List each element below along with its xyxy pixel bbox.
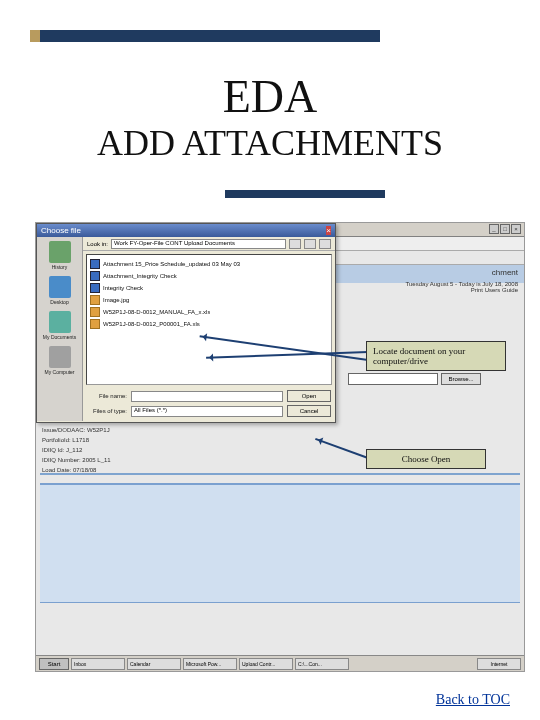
system-tray: Internet (477, 658, 521, 670)
list-item[interactable]: Attachment 15_Price Schedule_updated 03 … (90, 258, 328, 270)
file-dialog-title: Choose file (41, 226, 81, 235)
field-issue-dodaac: Issue/DODAAC: W52P1J (42, 425, 111, 435)
field-idiiq-id: IDIIQ Id: J_112 (42, 445, 111, 455)
word-icon (90, 283, 100, 293)
list-item[interactable]: W52P1J-08-D-0012_MANUAL_FA_x.xls (90, 306, 328, 318)
callout-locate-document: Locate document on your computer/drive (366, 341, 506, 371)
field-portfolio-id: PortfolioId: L1718 (42, 435, 111, 445)
arrow-to-open (315, 438, 368, 459)
excel-icon (90, 307, 100, 317)
section-divider (40, 473, 520, 475)
desktop-icon (49, 276, 71, 298)
file-open-dialog: Choose file × History Desktop My Documen… (36, 223, 336, 423)
history-icon (49, 241, 71, 263)
image-icon (90, 295, 100, 305)
upload-file-field[interactable] (348, 373, 438, 385)
start-button[interactable]: Start (39, 658, 69, 670)
place-my-computer[interactable]: My Computer (42, 346, 78, 375)
file-dialog-close-button[interactable]: × (326, 226, 331, 235)
view-menu-icon[interactable] (319, 239, 331, 249)
place-desktop[interactable]: Desktop (42, 276, 78, 305)
minimize-button[interactable]: _ (489, 224, 499, 234)
excel-icon (90, 319, 100, 329)
list-item[interactable]: Integrity Check (90, 282, 328, 294)
header-rule-top (40, 30, 380, 42)
filename-input[interactable] (131, 391, 283, 402)
filename-label: File name: (87, 393, 127, 399)
form-fields: Issue/DODAAC: W52P1J PortfolioId: L1718 … (42, 425, 111, 475)
filetype-label: Files of type: (87, 408, 127, 414)
content-panel (40, 483, 520, 603)
windows-taskbar: Start Inbox Calendar Microsoft Pow... Up… (36, 655, 524, 671)
lookin-combo[interactable]: Work FY-Oper-File CONT Upload Documents (111, 239, 286, 249)
screenshot-container: Upload Contract Attachment - Microsoft I… (35, 222, 525, 672)
maximize-button[interactable]: □ (500, 224, 510, 234)
taskbar-item[interactable]: Upload Contr... (239, 658, 293, 670)
field-idiiq-number: IDIIQ Number: 2005 L_11 (42, 455, 111, 465)
place-my-documents[interactable]: My Documents (42, 311, 78, 340)
taskbar-item[interactable]: Inbox (71, 658, 125, 670)
word-icon (90, 259, 100, 269)
new-folder-icon[interactable] (304, 239, 316, 249)
slide-title-line1: EDA (0, 70, 540, 123)
browse-button[interactable]: Browse... (441, 373, 481, 385)
taskbar-item[interactable]: C:\...Con... (295, 658, 349, 670)
mydocuments-icon (49, 311, 71, 333)
close-button[interactable]: × (511, 224, 521, 234)
cancel-button[interactable]: Cancel (287, 405, 331, 417)
slide-title-line2: ADD ATTACHMENTS (0, 122, 540, 164)
word-icon (90, 271, 100, 281)
callout-choose-open: Choose Open (366, 449, 486, 469)
upload-row: Browse... (348, 373, 481, 385)
taskbar-item[interactable]: Calendar (127, 658, 181, 670)
header-rule-bottom (225, 190, 385, 198)
file-list[interactable]: Attachment 15_Price Schedule_updated 03 … (86, 254, 332, 385)
lookin-label: Look in: (87, 241, 108, 247)
place-history[interactable]: History (42, 241, 78, 270)
up-folder-icon[interactable] (289, 239, 301, 249)
print-guide-link[interactable]: Print Users Guide (406, 287, 518, 293)
list-item[interactable]: Attachment_Integrity Check (90, 270, 328, 282)
back-to-toc-link[interactable]: Back to TOC (436, 692, 510, 708)
mycomputer-icon (49, 346, 71, 368)
taskbar-item[interactable]: Microsoft Pow... (183, 658, 237, 670)
places-bar: History Desktop My Documents My Computer (37, 237, 83, 421)
list-item[interactable]: Image.jpg (90, 294, 328, 306)
page-meta: Tuesday August 5 - Today is July 18, 200… (406, 281, 518, 293)
filetype-combo[interactable]: All Files (*.*) (131, 406, 283, 417)
open-button[interactable]: Open (287, 390, 331, 402)
list-item[interactable]: W52P1J-08-D-0012_P00001_FA.xls (90, 318, 328, 330)
header-accent-bullet (30, 30, 40, 42)
